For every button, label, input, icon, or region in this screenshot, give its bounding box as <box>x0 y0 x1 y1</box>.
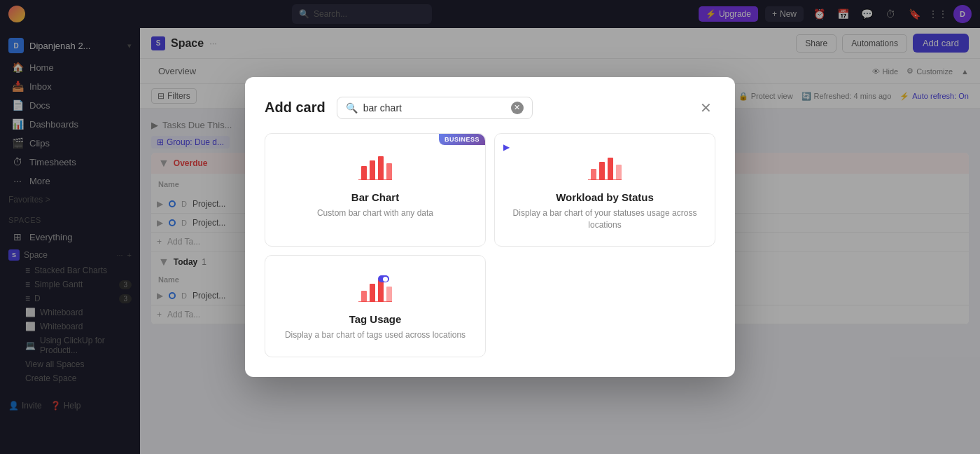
svg-rect-1 <box>370 160 375 180</box>
business-badge: BUSINESS <box>439 134 485 145</box>
tag-usage-icon <box>358 275 392 303</box>
workload-arrow-icon: ▶ <box>503 142 510 152</box>
modal-search-clear[interactable]: ✕ <box>511 102 524 114</box>
modal-search-icon: 🔍 <box>346 102 358 114</box>
svg-rect-13 <box>386 287 392 302</box>
bar-chart-desc: Custom bar chart with any data <box>317 207 433 219</box>
card-bar-chart[interactable]: BUSINESS Bar Chart Custom bar chart with… <box>265 133 486 247</box>
cards-grid: BUSINESS Bar Chart Custom bar chart with… <box>265 133 715 357</box>
modal-search[interactable]: 🔍 ✕ <box>337 97 533 119</box>
modal: Add card 🔍 ✕ ✕ BUSINESS <box>245 77 735 377</box>
bar-chart-title: Bar Chart <box>351 191 399 203</box>
svg-rect-5 <box>591 169 596 180</box>
svg-rect-0 <box>361 166 367 180</box>
modal-search-input[interactable] <box>363 102 505 114</box>
svg-rect-2 <box>378 156 384 180</box>
svg-rect-10 <box>361 291 367 302</box>
svg-rect-3 <box>386 163 392 180</box>
svg-rect-8 <box>616 165 622 180</box>
svg-rect-7 <box>608 158 613 180</box>
svg-rect-11 <box>370 284 375 302</box>
card-workload-by-status[interactable]: ▶ Workload by Status Display a bar chart… <box>494 133 715 247</box>
modal-title: Add card <box>265 99 326 116</box>
svg-rect-6 <box>599 162 605 180</box>
tag-toggle <box>378 275 389 282</box>
workload-desc: Display a bar chart of your statuses usa… <box>509 207 701 231</box>
card-tag-usage[interactable]: Tag Usage Display a bar chart of tags us… <box>265 255 486 357</box>
workload-icon <box>588 153 622 181</box>
tag-usage-desc: Display a bar chart of tags used across … <box>285 329 465 341</box>
bar-chart-icon <box>358 153 392 181</box>
modal-header: Add card 🔍 ✕ ✕ <box>265 97 715 119</box>
svg-rect-12 <box>378 280 384 302</box>
workload-title: Workload by Status <box>556 191 654 203</box>
modal-close-button[interactable]: ✕ <box>696 98 715 118</box>
modal-overlay[interactable]: Add card 🔍 ✕ ✕ BUSINESS <box>0 0 980 454</box>
tag-usage-title: Tag Usage <box>349 313 402 325</box>
